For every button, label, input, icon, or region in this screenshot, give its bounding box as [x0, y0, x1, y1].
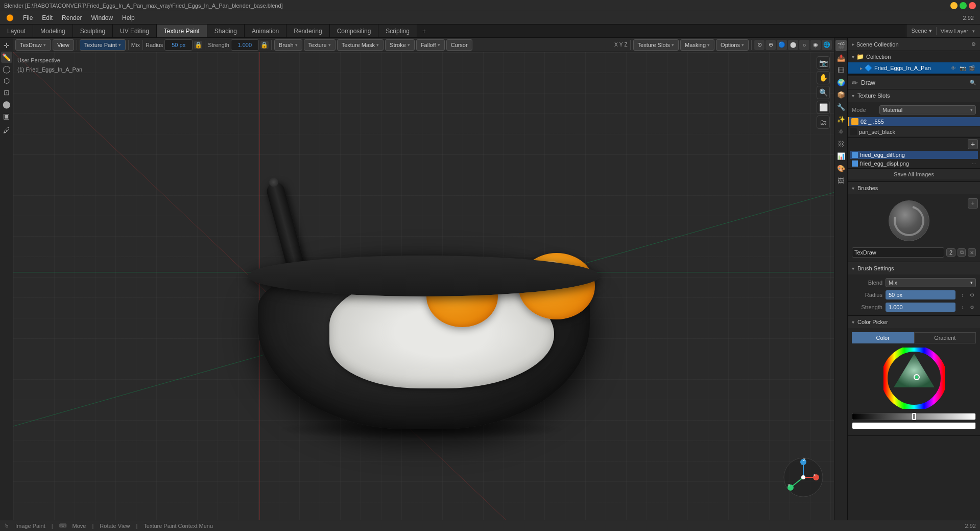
texture-entry-1[interactable]: fried_egg_diff.png — [850, 151, 978, 159]
gradient-tab[interactable]: Gradient — [914, 332, 976, 343]
tool-clone[interactable]: ⊡ — [1, 87, 12, 98]
tool-draw[interactable]: ✏️ — [1, 52, 12, 63]
tab-scripting[interactable]: Scripting — [378, 25, 417, 37]
tab-modeling[interactable]: Modeling — [33, 25, 73, 37]
menu-blender[interactable]: 🟠 — [2, 13, 18, 22]
gizmo-icon[interactable]: ⊕ — [766, 40, 776, 50]
texture-entry-2[interactable]: fried_egg_displ.png ··· — [850, 159, 978, 168]
outliner-item-collection[interactable]: ▾ 📁 Collection — [848, 51, 980, 62]
prop-physics-icon[interactable]: ⚛ — [835, 126, 847, 137]
tool-cursor[interactable]: ✛ — [1, 40, 12, 51]
texture-dropdown[interactable]: Texture ▾ — [304, 39, 336, 51]
prop-particle-icon[interactable]: ✨ — [835, 113, 847, 125]
radius-pressure-icon[interactable]: ↕ — [959, 291, 967, 299]
texture-slot-1[interactable]: 02 _ .555 — [848, 117, 980, 126]
outliner-camera-icon[interactable]: 📷 — [959, 64, 967, 72]
strength-pressure-icon[interactable]: ↕ — [959, 303, 967, 311]
prop-data-icon[interactable]: 📊 — [835, 150, 847, 161]
tab-texture-paint[interactable]: Texture Paint — [157, 25, 207, 37]
texture-slot-2[interactable]: pan_set_black — [848, 127, 980, 136]
prop-world-icon[interactable]: 🌍 — [835, 77, 847, 88]
outliner-render-icon[interactable]: 🎬 — [968, 64, 976, 72]
brush-delete-icon[interactable]: ✕ — [968, 248, 976, 257]
prop-texture-icon[interactable]: 🖼 — [835, 175, 847, 186]
prop-modifier-icon[interactable]: 🔧 — [835, 101, 847, 112]
prop-object-icon[interactable]: 📦 — [835, 89, 847, 100]
brightness-slider[interactable] — [852, 413, 976, 420]
masking-btn[interactable]: Masking ▾ — [680, 39, 714, 51]
texture-slots-header[interactable]: ▾ Texture Slots — [848, 89, 980, 102]
view-layer-dropdown[interactable]: View Layer — [941, 28, 968, 34]
tab-compositing[interactable]: Compositing — [330, 25, 379, 37]
tool-fill[interactable]: ⬤ — [1, 99, 12, 110]
cursor-dropdown[interactable]: Cursor — [446, 39, 472, 51]
prop-material-icon[interactable]: 🎨 — [835, 163, 847, 174]
axis-x-btn[interactable]: X — [614, 42, 618, 48]
brush-duplicate-icon[interactable]: ⧉ — [958, 248, 966, 257]
brushes-header[interactable]: ▾ Brushes — [848, 182, 980, 194]
radius-brush-icon[interactable]: ⚙ — [968, 291, 976, 299]
mode-value-dropdown[interactable]: Material ▾ — [879, 105, 976, 114]
radius-bar[interactable]: 50 px — [886, 290, 955, 299]
axis-z-btn[interactable]: Z — [624, 42, 627, 48]
tab-layout[interactable]: Layout — [0, 25, 33, 37]
close-button[interactable] — [969, 2, 976, 9]
shading-material-icon[interactable]: ◉ — [810, 40, 821, 50]
menu-edit[interactable]: Edit — [38, 13, 57, 22]
color-tab[interactable]: Color — [852, 332, 914, 343]
white-bar[interactable] — [852, 422, 976, 429]
tab-sculpting[interactable]: Sculpting — [73, 25, 113, 37]
maximize-button[interactable] — [960, 2, 967, 9]
brush-dropdown[interactable]: Brush ▾ — [274, 39, 302, 51]
tool-smear[interactable]: ⬡ — [1, 75, 12, 86]
menu-help[interactable]: Help — [118, 13, 139, 22]
falloff-dropdown[interactable]: Falloff ▾ — [416, 39, 445, 51]
tool-mask[interactable]: ▣ — [1, 110, 12, 122]
zoom-icon[interactable]: 🔍 — [817, 86, 830, 99]
group-view-icon[interactable]: 🗂 — [817, 116, 830, 129]
tool-soften[interactable]: ◯ — [1, 63, 12, 75]
filter-icon[interactable]: ⚙ — [971, 41, 976, 47]
camera-icon[interactable]: 📷 — [817, 56, 830, 70]
add-slot-icon[interactable]: + — [968, 139, 978, 149]
brush-preview[interactable] — [889, 200, 929, 241]
prop-constraint-icon[interactable]: ⛓ — [835, 138, 847, 149]
shading-rendered-icon[interactable]: 🌐 — [822, 40, 832, 50]
stroke-dropdown[interactable]: Stroke ▾ — [385, 39, 415, 51]
strength-lock-icon[interactable]: 🔒 — [260, 41, 269, 49]
view-menu[interactable]: View — [53, 39, 74, 51]
hand-icon[interactable]: ✋ — [817, 71, 830, 84]
strength-input[interactable] — [231, 39, 259, 51]
prop-output-icon[interactable]: 📤 — [835, 52, 847, 63]
outliner-visibility-icon[interactable]: 👁 — [949, 64, 958, 72]
color-wheel[interactable] — [883, 348, 945, 409]
shading-solid-icon[interactable]: ⬤ — [788, 40, 798, 50]
menu-file[interactable]: File — [19, 13, 37, 22]
save-all-images-button[interactable]: Save All Images — [848, 168, 980, 179]
texture-paint-dropdown[interactable]: Texture Paint ▾ — [80, 39, 126, 51]
texture-slots-btn[interactable]: Texture Slots ▾ — [633, 39, 679, 51]
color-picker-header[interactable]: ▾ Color Picker — [848, 316, 980, 328]
brush-add-icon[interactable]: + — [968, 198, 978, 209]
snap-icon[interactable]: 🔵 — [777, 40, 787, 50]
tab-uv-editing[interactable]: UV Editing — [113, 25, 157, 37]
menu-window[interactable]: Window — [87, 13, 117, 22]
tab-animation[interactable]: Animation — [245, 25, 286, 37]
overlay-icon[interactable]: ⊙ — [754, 40, 764, 50]
options-btn[interactable]: Options ▾ — [716, 39, 749, 51]
blend-dropdown[interactable]: Mix ▾ — [886, 278, 976, 287]
menu-render[interactable]: Render — [58, 13, 86, 22]
strength-bar[interactable]: 1.000 — [886, 303, 955, 312]
shading-wireframe-icon[interactable]: ○ — [799, 40, 809, 50]
outliner-item-object[interactable]: ▸ 🔷 Fried_Eggs_In_A_Pan 👁 📷 🎬 — [848, 62, 980, 74]
viewport[interactable]: User Perspective (1) Fried_Eggs_In_A_Pan — [13, 52, 834, 520]
tab-add[interactable]: + — [417, 25, 431, 37]
brush-name-input[interactable] — [852, 247, 944, 258]
tool-annotate[interactable]: 🖊 — [1, 125, 12, 136]
axis-y-btn[interactable]: Y — [619, 42, 623, 48]
brush-settings-header[interactable]: ▾ Brush Settings — [848, 262, 980, 274]
tab-shading[interactable]: Shading — [207, 25, 245, 37]
minimize-button[interactable] — [950, 2, 958, 9]
object-view-icon[interactable]: ⬜ — [817, 101, 830, 114]
radius-input[interactable] — [164, 39, 193, 51]
